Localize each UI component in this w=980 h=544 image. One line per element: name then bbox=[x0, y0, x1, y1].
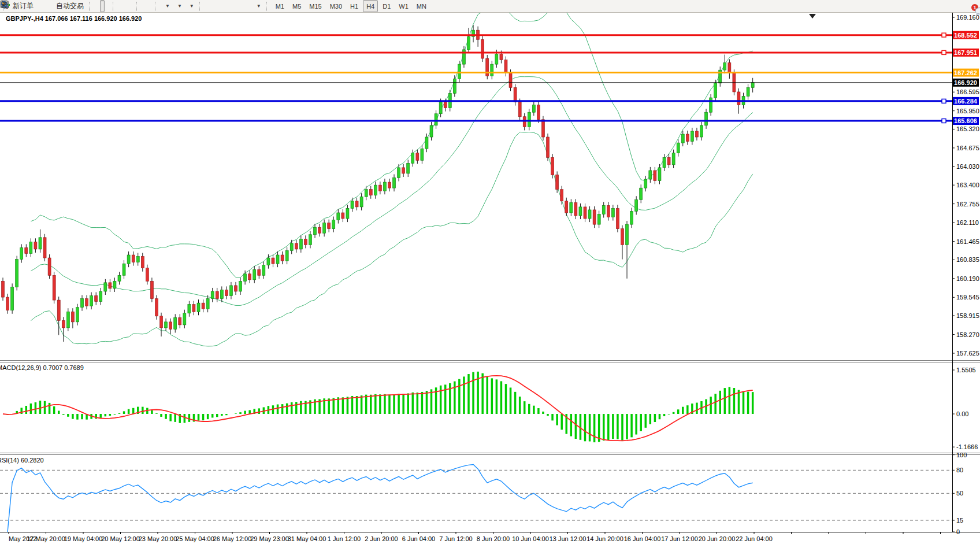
svg-text:19 May 04:00: 19 May 04:00 bbox=[64, 535, 103, 542]
zoom-out-button[interactable] bbox=[124, 0, 128, 12]
text-label-tool-button[interactable]: T bbox=[247, 0, 251, 12]
timeframe-button-mn[interactable]: MN bbox=[413, 0, 430, 12]
periods-button[interactable]: ▼ bbox=[173, 0, 184, 12]
indicators-button[interactable]: ▼ bbox=[161, 0, 172, 12]
svg-text:160.835: 160.835 bbox=[956, 256, 979, 263]
svg-text:29 May 23:00: 29 May 23:00 bbox=[250, 535, 289, 542]
trendline-tool-button[interactable] bbox=[226, 0, 231, 12]
svg-text:17 May 20:00: 17 May 20:00 bbox=[27, 535, 65, 542]
chart-canvas[interactable]: 169.160166.595165.950165.320164.675164.0… bbox=[0, 0, 980, 544]
svg-text:158.915: 158.915 bbox=[956, 312, 979, 319]
market-watch-button[interactable] bbox=[36, 0, 41, 12]
horizontal-line-165.606[interactable] bbox=[0, 119, 952, 123]
toolbar: 新订单 自动交易 bbox=[0, 0, 980, 13]
rsi-line bbox=[8, 465, 753, 532]
svg-text:14 Jun 20:00: 14 Jun 20:00 bbox=[586, 535, 623, 542]
svg-text:22 Jun 04:00: 22 Jun 04:00 bbox=[736, 535, 773, 542]
timeframe-button-w1[interactable]: W1 bbox=[395, 0, 412, 12]
zoom-in-button[interactable] bbox=[118, 0, 123, 12]
dropdown-caret-icon: ▼ bbox=[190, 3, 194, 9]
time-axis[interactable]: May 202217 May 20:0019 May 04:0020 May 1… bbox=[9, 532, 941, 542]
timeframe-button-h1[interactable]: H1 bbox=[347, 0, 362, 12]
svg-text:13 Jun 12:00: 13 Jun 12:00 bbox=[550, 535, 586, 542]
auto-scroll-button[interactable] bbox=[142, 0, 147, 12]
horizontal-line-166.284[interactable] bbox=[0, 99, 952, 103]
toolbar-separator bbox=[266, 2, 270, 11]
rsi-level-lines bbox=[0, 470, 952, 520]
horizontal-line-tool-button[interactable] bbox=[221, 0, 225, 12]
svg-text:167.262: 167.262 bbox=[954, 69, 977, 76]
svg-text:1.5505: 1.5505 bbox=[956, 367, 976, 373]
toolbar-separator bbox=[89, 2, 93, 11]
svg-text:0: 0 bbox=[956, 528, 960, 535]
toolbar-separator bbox=[199, 2, 203, 11]
svg-text:8 Jun 20:00: 8 Jun 20:00 bbox=[477, 535, 510, 542]
text-tool-button[interactable]: A bbox=[242, 0, 246, 12]
svg-text:165.950: 165.950 bbox=[956, 108, 979, 114]
pane-separator[interactable] bbox=[0, 360, 980, 362]
svg-text:26 May 12:00: 26 May 12:00 bbox=[213, 535, 252, 542]
dropdown-caret-icon: ▼ bbox=[257, 3, 261, 9]
svg-text:164.675: 164.675 bbox=[956, 145, 979, 151]
svg-text:162.755: 162.755 bbox=[956, 201, 979, 208]
bar-chart-mode-button[interactable] bbox=[95, 0, 99, 12]
chart-shift-button[interactable] bbox=[147, 0, 152, 12]
tile-windows-button[interactable] bbox=[129, 0, 133, 12]
toolbar-separator bbox=[113, 2, 117, 11]
svg-text:158.270: 158.270 bbox=[956, 331, 979, 338]
svg-text:20 May 12:00: 20 May 12:00 bbox=[101, 535, 140, 542]
svg-text:16 Jun 04:00: 16 Jun 04:00 bbox=[624, 535, 661, 542]
arrows-tool-button[interactable]: ▼ bbox=[252, 0, 263, 12]
signals-button[interactable] bbox=[47, 0, 51, 12]
svg-text:25 May 04:00: 25 May 04:00 bbox=[176, 535, 214, 542]
fibonacci-tool-button[interactable]: F bbox=[236, 0, 241, 12]
macd-histogram bbox=[6, 372, 753, 442]
timeframe-button-m5[interactable]: M5 bbox=[289, 0, 305, 12]
chart-shift-marker[interactable] bbox=[809, 14, 816, 18]
svg-text:15: 15 bbox=[956, 517, 963, 524]
dropdown-caret-icon: ▼ bbox=[177, 3, 182, 9]
autotrading-button[interactable]: 自动交易 bbox=[52, 0, 86, 12]
svg-text:166.920: 166.920 bbox=[954, 79, 977, 86]
timeframe-button-m30[interactable]: M30 bbox=[326, 0, 346, 12]
bollinger-middle-band bbox=[31, 77, 752, 306]
timeframe-button-d1[interactable]: D1 bbox=[379, 0, 394, 12]
svg-text:166.595: 166.595 bbox=[956, 88, 979, 95]
svg-text:167.951: 167.951 bbox=[954, 49, 977, 56]
vertical-line-tool-button[interactable] bbox=[216, 0, 220, 12]
svg-text:23 May 20:00: 23 May 20:00 bbox=[139, 535, 177, 542]
svg-text:0.00: 0.00 bbox=[956, 410, 968, 417]
line-chart-mode-button[interactable] bbox=[105, 0, 110, 12]
bollinger-upper-band bbox=[31, 6, 752, 277]
horizontal-line-167.951[interactable] bbox=[0, 50, 952, 54]
horizontal-line-168.552[interactable] bbox=[0, 33, 952, 37]
mt4-window: 新订单 自动交易 bbox=[0, 0, 980, 544]
svg-text:6 Jun 04:00: 6 Jun 04:00 bbox=[402, 535, 436, 542]
svg-text:160.190: 160.190 bbox=[956, 275, 979, 282]
cursor-tool-button[interactable] bbox=[205, 0, 210, 12]
svg-text:163.400: 163.400 bbox=[956, 182, 979, 188]
chart-title: GBPJPY-,H4 167.066 167.116 166.920 166.9… bbox=[6, 15, 142, 22]
channel-tool-button[interactable]: E bbox=[231, 0, 236, 12]
svg-text:31 May 04:00: 31 May 04:00 bbox=[288, 535, 326, 542]
svg-text:20 Jun 20:00: 20 Jun 20:00 bbox=[699, 535, 736, 542]
toolbar-separator bbox=[155, 2, 159, 11]
svg-text:161.465: 161.465 bbox=[956, 238, 979, 245]
svg-text:17 Jun 12:00: 17 Jun 12:00 bbox=[661, 535, 698, 542]
timeframe-button-m1[interactable]: M1 bbox=[272, 0, 288, 12]
svg-text:50: 50 bbox=[956, 490, 963, 497]
svg-text:157.625: 157.625 bbox=[956, 350, 979, 357]
crosshair-tool-button[interactable] bbox=[210, 0, 215, 12]
timeframe-button-h4[interactable]: H4 bbox=[363, 0, 378, 12]
timeframe-button-m15[interactable]: M15 bbox=[306, 0, 325, 12]
candlestick-mode-button[interactable] bbox=[100, 0, 105, 12]
toolbar-separator bbox=[136, 2, 140, 11]
svg-text:2 Jun 20:00: 2 Jun 20:00 bbox=[365, 535, 398, 542]
terminal-button[interactable] bbox=[42, 0, 46, 12]
svg-text:1 Jun 12:00: 1 Jun 12:00 bbox=[328, 535, 361, 542]
pane-separator[interactable] bbox=[0, 453, 980, 455]
bollinger-bands bbox=[31, 6, 752, 346]
new-order-button[interactable]: 新订单 bbox=[9, 0, 36, 12]
templates-button[interactable]: ▼ bbox=[185, 0, 196, 12]
svg-text:168.552: 168.552 bbox=[954, 32, 977, 39]
